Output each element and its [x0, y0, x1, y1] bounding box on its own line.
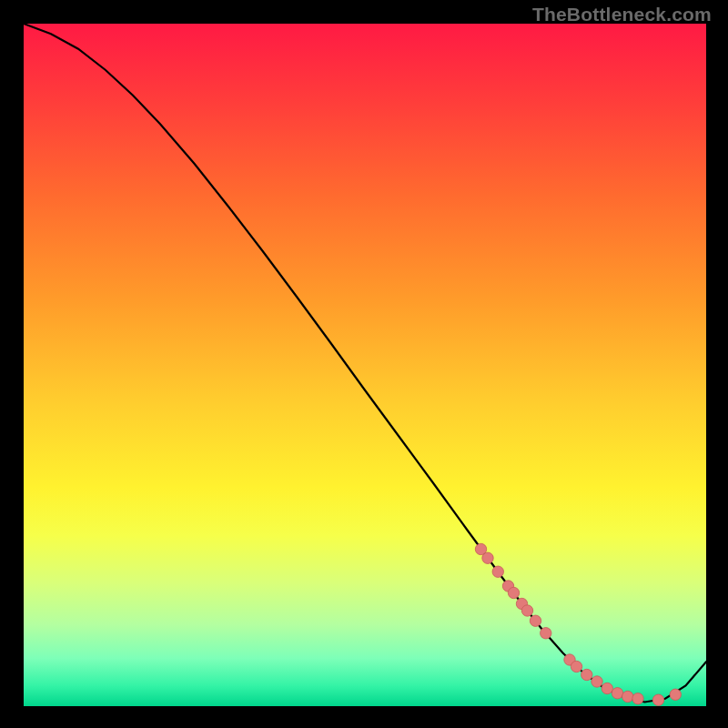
- marker-point: [475, 543, 486, 554]
- marker-point: [632, 693, 643, 704]
- marker-point: [508, 587, 519, 598]
- marker-point: [622, 691, 633, 702]
- marker-point: [530, 615, 541, 626]
- marker-point: [571, 661, 581, 672]
- marker-point: [652, 694, 663, 705]
- marker-point: [670, 689, 681, 700]
- marker-point: [492, 566, 503, 577]
- marker-point: [612, 688, 622, 699]
- markers-group: [475, 543, 681, 705]
- marker-point: [521, 605, 532, 616]
- marker-point: [592, 676, 602, 687]
- bottleneck-curve: [24, 24, 706, 703]
- marker-point: [581, 669, 592, 680]
- marker-point: [602, 682, 612, 693]
- chart-stage: TheBottleneck.com: [0, 0, 728, 728]
- chart-overlay: [24, 24, 706, 706]
- marker-point: [541, 628, 551, 639]
- watermark-text: TheBottleneck.com: [532, 4, 712, 25]
